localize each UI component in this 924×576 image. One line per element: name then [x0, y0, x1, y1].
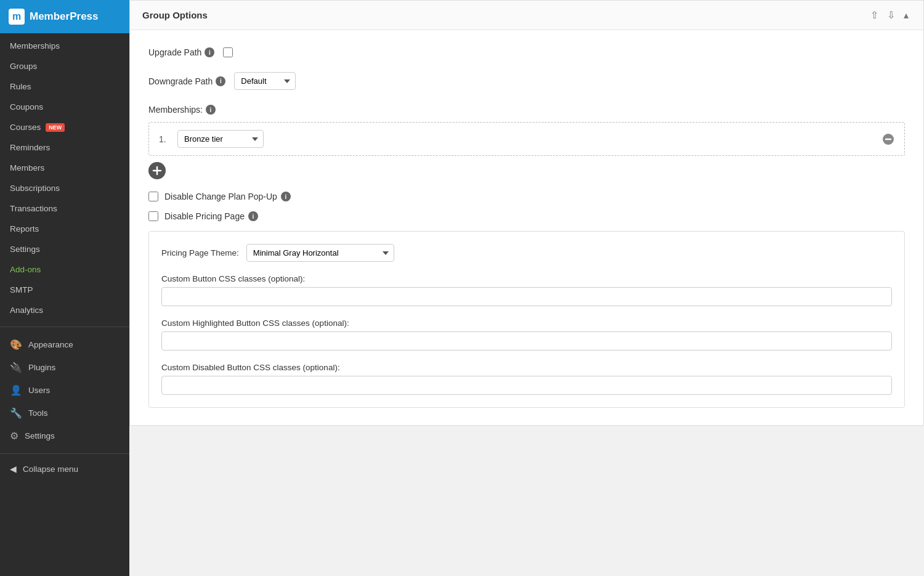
sidebar-item-plugins[interactable]: 🔌 Plugins	[0, 356, 129, 379]
custom-highlighted-css-label: Custom Highlighted Button CSS classes (o…	[161, 318, 892, 328]
disable-change-plan-info-icon[interactable]: i	[281, 192, 291, 201]
panel-collapse-up-button[interactable]: ⇧	[868, 8, 881, 22]
custom-button-css-group: Custom Button CSS classes (optional):	[161, 274, 892, 306]
plus-icon	[152, 166, 162, 176]
sidebar-nav: Memberships Groups Rules Coupons Courses…	[0, 33, 129, 323]
sidebar: m MemberPress Memberships Groups Rules C…	[0, 0, 129, 576]
panel-body: Upgrade Path i Downgrade Path i Default …	[130, 30, 923, 425]
disable-pricing-page-row: Disable Pricing Page i	[148, 211, 905, 221]
sidebar-wp-section: 🎨 Appearance 🔌 Plugins 👤 Users 🔧 Tools ⚙…	[0, 331, 129, 450]
sidebar-item-label: Plugins	[28, 363, 55, 372]
upgrade-path-label: Upgrade Path i	[148, 47, 214, 57]
sidebar-item-memberships[interactable]: Memberships	[0, 36, 129, 56]
membership-select[interactable]: Bronze tier Silver tier Gold tier	[177, 130, 264, 148]
membership-remove-button[interactable]	[882, 133, 894, 145]
sidebar-item-label: Groups	[10, 62, 37, 71]
sidebar-item-label: Rules	[10, 82, 31, 91]
custom-highlighted-css-input[interactable]	[161, 331, 892, 351]
pricing-theme-select[interactable]: Minimal Gray Horizontal Minimal Blue Ver…	[246, 244, 394, 262]
downgrade-path-row: Downgrade Path i Default None Custom	[148, 72, 905, 90]
collapse-icon: ◀	[10, 464, 17, 474]
logo-icon: m	[9, 9, 25, 25]
membership-number: 1.	[159, 134, 171, 144]
pricing-theme-row: Pricing Page Theme: Minimal Gray Horizon…	[161, 244, 892, 262]
sidebar-item-transactions[interactable]: Transactions	[0, 198, 129, 219]
sidebar-item-members[interactable]: Members	[0, 158, 129, 178]
sidebar-item-label: Coupons	[10, 102, 43, 112]
sidebar-item-label: Settings	[25, 431, 55, 440]
memberships-section: Memberships: i 1. Bronze tier Silver tie…	[148, 105, 905, 179]
users-icon: 👤	[10, 384, 22, 396]
panel-title: Group Options	[142, 10, 208, 20]
custom-disabled-css-input[interactable]	[161, 376, 892, 395]
sidebar-item-coupons[interactable]: Coupons	[0, 97, 129, 117]
sidebar-divider-2	[0, 453, 129, 454]
sidebar-item-smtp[interactable]: SMTP	[0, 280, 129, 300]
custom-highlighted-css-group: Custom Highlighted Button CSS classes (o…	[161, 318, 892, 351]
sidebar-item-rules[interactable]: Rules	[0, 76, 129, 97]
settings-icon: ⚙	[10, 430, 18, 442]
sidebar-item-label: Courses	[10, 123, 41, 132]
group-options-panel: Group Options ⇧ ⇩ ▴ Upgrade Path i Downg…	[129, 0, 924, 426]
disable-change-plan-label: Disable Change Plan Pop-Up i	[164, 192, 291, 201]
sidebar-item-label: Analytics	[10, 306, 43, 315]
sidebar-header: m MemberPress	[0, 0, 129, 33]
upgrade-path-row: Upgrade Path i	[148, 47, 905, 57]
collapse-label: Collapse menu	[23, 464, 78, 474]
custom-button-css-label: Custom Button CSS classes (optional):	[161, 274, 892, 283]
appearance-icon: 🎨	[10, 339, 22, 351]
sidebar-item-groups[interactable]: Groups	[0, 56, 129, 76]
sidebar-item-subscriptions[interactable]: Subscriptions	[0, 178, 129, 198]
custom-disabled-css-label: Custom Disabled Button CSS classes (opti…	[161, 363, 892, 372]
panel-collapse-down-button[interactable]: ⇩	[885, 8, 898, 22]
sidebar-item-appearance[interactable]: 🎨 Appearance	[0, 333, 129, 356]
downgrade-path-info-icon[interactable]: i	[216, 76, 225, 86]
sidebar-item-label: Appearance	[28, 340, 73, 349]
sidebar-item-label: Reminders	[10, 143, 50, 152]
disable-change-plan-row: Disable Change Plan Pop-Up i	[148, 192, 905, 201]
panel-collapse-toggle-button[interactable]: ▴	[901, 8, 911, 22]
disable-pricing-page-info-icon[interactable]: i	[248, 211, 258, 221]
sidebar-item-label: Users	[28, 386, 50, 395]
new-badge: NEW	[46, 123, 65, 132]
custom-button-css-input[interactable]	[161, 287, 892, 306]
sidebar-collapse-menu[interactable]: ◀ Collapse menu	[0, 458, 129, 480]
sidebar-item-label: Settings	[10, 245, 40, 254]
sidebar-item-users[interactable]: 👤 Users	[0, 379, 129, 402]
custom-disabled-css-group: Custom Disabled Button CSS classes (opti…	[161, 363, 892, 395]
sidebar-item-analytics[interactable]: Analytics	[0, 300, 129, 320]
pricing-section: Pricing Page Theme: Minimal Gray Horizon…	[148, 231, 905, 408]
app-title: MemberPress	[30, 10, 99, 23]
sidebar-item-label: Tools	[28, 408, 48, 418]
sidebar-item-addons[interactable]: Add-ons	[0, 259, 129, 280]
sidebar-item-tools[interactable]: 🔧 Tools	[0, 402, 129, 424]
sidebar-item-label: SMTP	[10, 285, 33, 294]
sidebar-item-settings[interactable]: Settings	[0, 239, 129, 259]
upgrade-path-info-icon[interactable]: i	[205, 47, 214, 57]
sidebar-item-label: Subscriptions	[10, 184, 60, 193]
downgrade-path-select[interactable]: Default None Custom	[234, 72, 296, 90]
membership-list: 1. Bronze tier Silver tier Gold tier	[148, 122, 905, 156]
upgrade-path-checkbox[interactable]	[223, 47, 233, 57]
remove-circle-icon	[882, 133, 894, 145]
downgrade-path-label: Downgrade Path i	[148, 76, 225, 86]
sidebar-item-label: Transactions	[10, 204, 57, 213]
sidebar-item-reminders[interactable]: Reminders	[0, 137, 129, 158]
sidebar-item-label: Add-ons	[10, 265, 41, 274]
panel-controls: ⇧ ⇩ ▴	[868, 8, 911, 22]
disable-pricing-page-checkbox[interactable]	[148, 211, 158, 221]
sidebar-item-label: Memberships	[10, 41, 60, 51]
panel-header: Group Options ⇧ ⇩ ▴	[130, 1, 923, 30]
add-membership-button[interactable]	[148, 162, 166, 179]
disable-pricing-page-label: Disable Pricing Page i	[164, 211, 258, 221]
tools-icon: 🔧	[10, 407, 22, 419]
plugins-icon: 🔌	[10, 362, 22, 373]
sidebar-divider	[0, 327, 129, 327]
disable-change-plan-checkbox[interactable]	[148, 192, 158, 201]
sidebar-item-label: Reports	[10, 224, 39, 233]
sidebar-item-wp-settings[interactable]: ⚙ Settings	[0, 424, 129, 447]
pricing-theme-label: Pricing Page Theme:	[161, 248, 239, 258]
memberships-info-icon[interactable]: i	[206, 105, 216, 115]
sidebar-item-courses[interactable]: Courses NEW	[0, 117, 129, 137]
sidebar-item-reports[interactable]: Reports	[0, 219, 129, 239]
